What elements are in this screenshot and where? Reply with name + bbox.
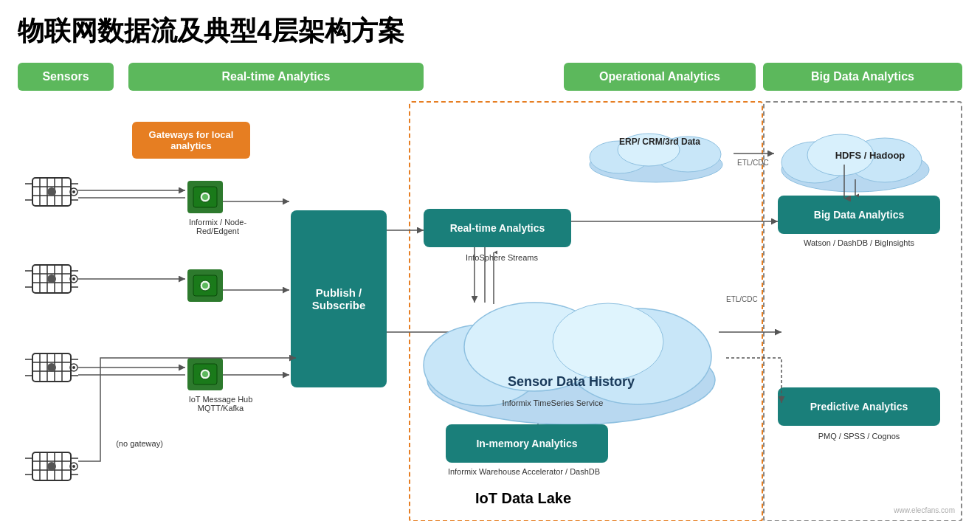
infosphere-label: InfoSphere Streams	[428, 253, 576, 262]
inmemory-box: In-memory Analytics	[446, 424, 608, 463]
no-gateway-label: (no gateway)	[92, 439, 187, 448]
erp-crm-label: ERP/ CRM/3rd Data	[601, 137, 719, 147]
svg-point-64	[72, 465, 75, 468]
hdfs-label: HDFS / Hadoop	[807, 150, 933, 161]
arrow-bi-rt-cloud2	[490, 249, 497, 308]
svg-point-30	[47, 275, 56, 283]
device-box-1	[187, 181, 223, 213]
publish-subscribe-box: Publish / Subscribe	[291, 210, 387, 387]
watson-dashdb-label: Watson / DashDB / BigInsights	[778, 238, 940, 247]
informix-timeseries-label: Informix TimeSeries Service	[460, 398, 645, 407]
svg-point-22	[72, 190, 75, 193]
arrow-rt-bigdata	[571, 218, 781, 225]
device-box-2	[187, 269, 223, 302]
arrow-cloud-bigdata	[719, 328, 785, 336]
watermark: www.elecfans.com	[894, 506, 955, 514]
etl-cdc-label-2: ETL/CDC	[726, 295, 758, 303]
header-bigdata: Big Data Analytics	[763, 63, 962, 91]
arrow-d1-ps	[223, 198, 293, 205]
arrow-ps-rt	[387, 227, 427, 234]
svg-point-58	[47, 462, 56, 471]
informix-node-label: Informix / Node-Red/Edgent	[177, 218, 258, 235]
sensor-icon-2	[25, 259, 78, 299]
informix-warehouse-label: Informix Warehouse Accelerator / DashDB	[428, 467, 620, 476]
header-realtime: Real-time Analytics	[128, 63, 424, 91]
predictive-analytics-box: Predictive Analytics	[778, 387, 940, 426]
header-sensors: Sensors	[18, 63, 114, 91]
arrow-d1-s1	[78, 194, 189, 201]
svg-point-36	[72, 277, 75, 280]
rt-analytics-box: Real-time Analytics	[424, 209, 571, 247]
title-text: 物联网数据流及典型4层架构方案	[18, 15, 404, 46]
diagram: Sensors Real-time Analytics Operational …	[18, 63, 962, 520]
arrow-erp-hdfs	[734, 150, 778, 157]
svg-point-2	[202, 194, 208, 200]
sensor-data-history-cloud: Sensor Data History	[416, 277, 726, 432]
erp-crm-cloud	[579, 122, 734, 184]
gateway-box: Gateways for local analytics	[132, 122, 250, 159]
svg-point-50	[72, 366, 75, 369]
sensor-icon-3	[25, 348, 78, 387]
sensor-icon-1	[25, 172, 78, 212]
iot-datalake-label: IoT Data Lake	[475, 490, 571, 507]
pmq-spss-label: PMQ / SPSS / Cognos	[778, 432, 940, 441]
svg-point-16	[47, 187, 56, 196]
arrow-d2-ps	[223, 286, 293, 294]
svg-point-5	[202, 283, 208, 289]
arrow-s1-d1	[78, 187, 189, 194]
arrow-s2-d2	[78, 275, 189, 283]
iot-message-hub-label: IoT Message HubMQTT/Kafka	[173, 395, 269, 413]
svg-text:Sensor Data History: Sensor Data History	[508, 374, 635, 389]
arrow-erp-bigdata-box	[822, 165, 866, 201]
arrow-cloud-predictive	[726, 354, 785, 406]
main-title: 物联网数据流及典型4层架构方案	[18, 13, 962, 49]
etl-cdc-label-1: ETL/CDC	[737, 159, 769, 167]
header-operational: Operational Analytics	[564, 63, 756, 91]
page: 物联网数据流及典型4层架构方案 Sensors Real-time Analyt…	[0, 0, 980, 521]
svg-point-44	[47, 363, 56, 372]
sensor-icon-4	[25, 446, 78, 486]
svg-point-94	[553, 303, 663, 380]
